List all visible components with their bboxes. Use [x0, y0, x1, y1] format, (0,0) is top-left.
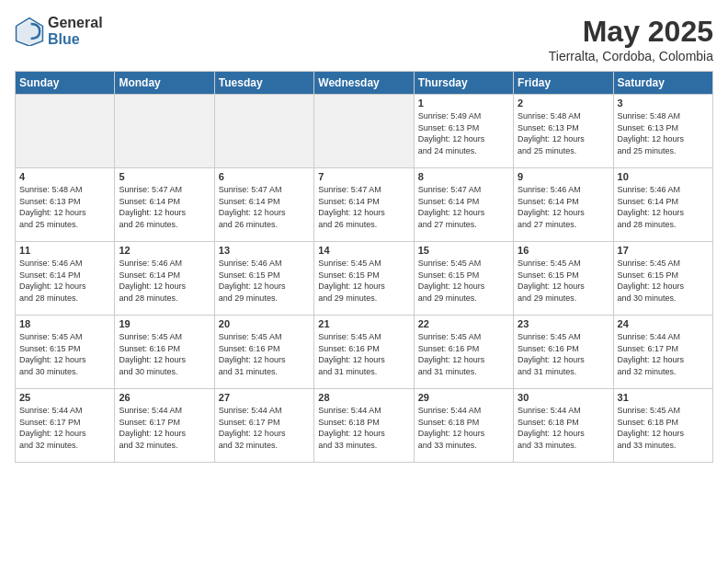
logo-blue-text: Blue — [48, 31, 103, 48]
day-info: Sunrise: 5:47 AM Sunset: 6:14 PM Dayligh… — [219, 184, 310, 230]
calendar-day-cell: 5Sunrise: 5:47 AM Sunset: 6:14 PM Daylig… — [115, 168, 214, 242]
day-number: 30 — [518, 392, 609, 403]
day-number: 7 — [318, 171, 409, 182]
day-number: 5 — [119, 171, 210, 182]
day-info: Sunrise: 5:46 AM Sunset: 6:15 PM Dayligh… — [219, 258, 310, 304]
day-info: Sunrise: 5:49 AM Sunset: 6:13 PM Dayligh… — [418, 110, 509, 156]
day-number: 2 — [518, 98, 609, 109]
calendar-day-cell: 16Sunrise: 5:45 AM Sunset: 6:15 PM Dayli… — [514, 242, 613, 316]
calendar-day-cell: 3Sunrise: 5:48 AM Sunset: 6:13 PM Daylig… — [613, 95, 712, 168]
calendar-day-cell: 20Sunrise: 5:45 AM Sunset: 6:16 PM Dayli… — [214, 316, 313, 389]
day-number: 17 — [618, 245, 709, 256]
calendar-header: SundayMondayTuesdayWednesdayThursdayFrid… — [16, 72, 713, 95]
day-info: Sunrise: 5:45 AM Sunset: 6:16 PM Dayligh… — [318, 331, 409, 377]
weekday-header: Monday — [115, 72, 214, 95]
weekday-header: Saturday — [613, 72, 712, 95]
day-number: 24 — [618, 318, 709, 329]
calendar-day-cell: 11Sunrise: 5:46 AM Sunset: 6:14 PM Dayli… — [16, 242, 115, 316]
logo-text: General Blue — [48, 15, 103, 47]
day-number: 4 — [19, 171, 110, 182]
logo-general-text: General — [48, 15, 103, 31]
day-number: 15 — [418, 245, 509, 256]
calendar-day-cell — [214, 95, 313, 168]
title-block: May 2025 Tierralta, Cordoba, Colombia — [549, 15, 713, 63]
day-info: Sunrise: 5:47 AM Sunset: 6:14 PM Dayligh… — [119, 184, 210, 230]
day-number: 9 — [518, 171, 609, 182]
day-number: 11 — [19, 245, 110, 256]
weekday-header: Tuesday — [214, 72, 313, 95]
day-number: 29 — [418, 392, 509, 403]
calendar-day-cell: 17Sunrise: 5:45 AM Sunset: 6:15 PM Dayli… — [613, 242, 712, 316]
day-number: 12 — [119, 245, 210, 256]
calendar-day-cell: 22Sunrise: 5:45 AM Sunset: 6:16 PM Dayli… — [414, 316, 513, 389]
day-info: Sunrise: 5:48 AM Sunset: 6:13 PM Dayligh… — [618, 110, 709, 156]
calendar-day-cell — [314, 95, 414, 168]
day-number: 21 — [318, 318, 409, 329]
day-info: Sunrise: 5:44 AM Sunset: 6:17 PM Dayligh… — [119, 405, 210, 451]
calendar-day-cell: 27Sunrise: 5:44 AM Sunset: 6:17 PM Dayli… — [214, 389, 313, 463]
calendar-day-cell: 13Sunrise: 5:46 AM Sunset: 6:15 PM Dayli… — [214, 242, 313, 316]
day-info: Sunrise: 5:47 AM Sunset: 6:14 PM Dayligh… — [418, 184, 509, 230]
day-info: Sunrise: 5:44 AM Sunset: 6:17 PM Dayligh… — [19, 405, 110, 451]
calendar-day-cell: 30Sunrise: 5:44 AM Sunset: 6:18 PM Dayli… — [514, 389, 613, 463]
calendar-day-cell: 8Sunrise: 5:47 AM Sunset: 6:14 PM Daylig… — [414, 168, 513, 242]
day-number: 13 — [219, 245, 310, 256]
calendar-week-row: 1Sunrise: 5:49 AM Sunset: 6:13 PM Daylig… — [16, 95, 713, 168]
calendar-day-cell: 2Sunrise: 5:48 AM Sunset: 6:13 PM Daylig… — [514, 95, 613, 168]
day-info: Sunrise: 5:45 AM Sunset: 6:16 PM Dayligh… — [219, 331, 310, 377]
day-number: 8 — [418, 171, 509, 182]
weekday-header: Wednesday — [314, 72, 414, 95]
day-info: Sunrise: 5:47 AM Sunset: 6:14 PM Dayligh… — [318, 184, 409, 230]
calendar-day-cell: 4Sunrise: 5:48 AM Sunset: 6:13 PM Daylig… — [16, 168, 115, 242]
day-info: Sunrise: 5:46 AM Sunset: 6:14 PM Dayligh… — [518, 184, 609, 230]
calendar-day-cell: 7Sunrise: 5:47 AM Sunset: 6:14 PM Daylig… — [314, 168, 414, 242]
calendar-day-cell: 10Sunrise: 5:46 AM Sunset: 6:14 PM Dayli… — [613, 168, 712, 242]
calendar-day-cell — [115, 95, 214, 168]
month-year-title: May 2025 — [549, 15, 713, 49]
calendar-week-row: 18Sunrise: 5:45 AM Sunset: 6:15 PM Dayli… — [16, 316, 713, 389]
calendar-day-cell: 21Sunrise: 5:45 AM Sunset: 6:16 PM Dayli… — [314, 316, 414, 389]
day-info: Sunrise: 5:48 AM Sunset: 6:13 PM Dayligh… — [19, 184, 110, 230]
day-info: Sunrise: 5:45 AM Sunset: 6:15 PM Dayligh… — [518, 258, 609, 304]
day-number: 3 — [618, 98, 709, 109]
day-number: 27 — [219, 392, 310, 403]
day-info: Sunrise: 5:46 AM Sunset: 6:14 PM Dayligh… — [618, 184, 709, 230]
day-number: 16 — [518, 245, 609, 256]
calendar-week-row: 4Sunrise: 5:48 AM Sunset: 6:13 PM Daylig… — [16, 168, 713, 242]
day-number: 6 — [219, 171, 310, 182]
weekday-header: Thursday — [414, 72, 513, 95]
day-info: Sunrise: 5:44 AM Sunset: 6:18 PM Dayligh… — [418, 405, 509, 451]
day-number: 10 — [618, 171, 709, 182]
day-info: Sunrise: 5:45 AM Sunset: 6:16 PM Dayligh… — [518, 331, 609, 377]
calendar-day-cell: 1Sunrise: 5:49 AM Sunset: 6:13 PM Daylig… — [414, 95, 513, 168]
day-number: 25 — [19, 392, 110, 403]
calendar-day-cell: 29Sunrise: 5:44 AM Sunset: 6:18 PM Dayli… — [414, 389, 513, 463]
calendar-day-cell: 31Sunrise: 5:45 AM Sunset: 6:18 PM Dayli… — [613, 389, 712, 463]
day-number: 18 — [19, 318, 110, 329]
calendar-day-cell: 19Sunrise: 5:45 AM Sunset: 6:16 PM Dayli… — [115, 316, 214, 389]
calendar-week-row: 25Sunrise: 5:44 AM Sunset: 6:17 PM Dayli… — [16, 389, 713, 463]
day-info: Sunrise: 5:48 AM Sunset: 6:13 PM Dayligh… — [518, 110, 609, 156]
logo: General Blue — [15, 15, 103, 47]
weekday-header: Sunday — [16, 72, 115, 95]
day-number: 22 — [418, 318, 509, 329]
calendar-day-cell — [16, 95, 115, 168]
day-info: Sunrise: 5:46 AM Sunset: 6:14 PM Dayligh… — [19, 258, 110, 304]
day-number: 23 — [518, 318, 609, 329]
calendar-day-cell: 25Sunrise: 5:44 AM Sunset: 6:17 PM Dayli… — [16, 389, 115, 463]
day-number: 14 — [318, 245, 409, 256]
location-subtitle: Tierralta, Cordoba, Colombia — [549, 49, 713, 63]
day-info: Sunrise: 5:44 AM Sunset: 6:17 PM Dayligh… — [219, 405, 310, 451]
day-number: 28 — [318, 392, 409, 403]
calendar-day-cell: 24Sunrise: 5:44 AM Sunset: 6:17 PM Dayli… — [613, 316, 712, 389]
day-number: 20 — [219, 318, 310, 329]
page-header: General Blue May 2025 Tierralta, Cordoba… — [15, 15, 713, 63]
calendar-day-cell: 28Sunrise: 5:44 AM Sunset: 6:18 PM Dayli… — [314, 389, 414, 463]
day-info: Sunrise: 5:45 AM Sunset: 6:15 PM Dayligh… — [418, 258, 509, 304]
day-info: Sunrise: 5:44 AM Sunset: 6:17 PM Dayligh… — [618, 331, 709, 377]
weekday-row: SundayMondayTuesdayWednesdayThursdayFrid… — [16, 72, 713, 95]
day-info: Sunrise: 5:46 AM Sunset: 6:14 PM Dayligh… — [119, 258, 210, 304]
day-info: Sunrise: 5:45 AM Sunset: 6:15 PM Dayligh… — [618, 258, 709, 304]
calendar-day-cell: 12Sunrise: 5:46 AM Sunset: 6:14 PM Dayli… — [115, 242, 214, 316]
day-info: Sunrise: 5:44 AM Sunset: 6:18 PM Dayligh… — [318, 405, 409, 451]
